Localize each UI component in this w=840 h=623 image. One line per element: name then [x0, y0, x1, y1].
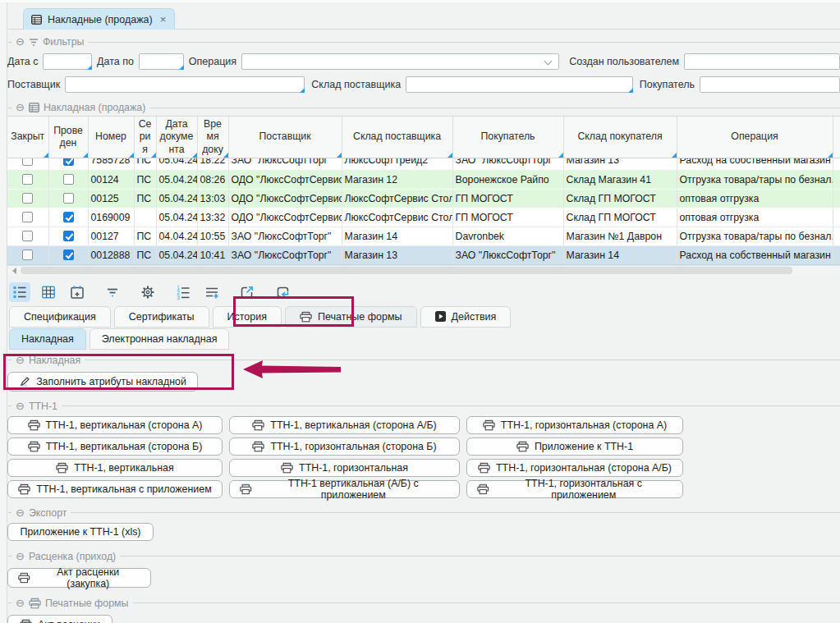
collapse-icon[interactable]: ⊖	[16, 552, 25, 561]
table-row[interactable]: 016900905.04.2413:32ОДО "ЛюксСофтСервисЛ…	[7, 208, 840, 227]
button-label: ТТН-1, вертикальная (сторона Б)	[46, 441, 203, 452]
collapse-icon[interactable]: ⊖	[16, 355, 25, 365]
buyer-input[interactable]	[700, 76, 840, 93]
column-header[interactable]: Время доку	[197, 117, 228, 158]
settings-button[interactable]	[137, 282, 158, 302]
print-button[interactable]: ТТН-1, вертикальная (сторона А)	[7, 416, 223, 434]
posted-checkbox[interactable]	[63, 231, 74, 241]
column-header[interactable]: Номер	[88, 117, 134, 158]
supplier-warehouse-field[interactable]	[406, 76, 633, 93]
supplier-input[interactable]	[65, 76, 305, 93]
posted-checkbox[interactable]	[63, 250, 74, 260]
posted-checkbox[interactable]	[63, 212, 74, 222]
numbered-list-button[interactable]: 123	[172, 282, 194, 302]
collapse-icon[interactable]: ⊖	[16, 401, 25, 411]
closed-checkbox[interactable]	[22, 231, 33, 241]
printer-icon	[281, 462, 293, 474]
collapse-icon[interactable]: ⊖	[16, 103, 25, 112]
date-to-field[interactable]	[139, 53, 184, 70]
table-row[interactable]: 00125ПС05.04.2413:03ОДО "ЛюксСофтСервисЛ…	[7, 189, 840, 208]
reload-button[interactable]	[272, 282, 293, 302]
main-panel: Накладные (продажа) × ⊖ Фильтры Дата с Д…	[7, 2, 840, 623]
numbered-list-icon: 123	[175, 284, 191, 300]
date-to-input[interactable]	[139, 53, 184, 70]
collapse-icon[interactable]: ⊖	[16, 37, 25, 47]
tab-history[interactable]: История	[213, 306, 282, 328]
print-button[interactable]: ТТН-1, горизонтальная (сторона А)	[466, 416, 683, 434]
tab-close-icon[interactable]: ×	[160, 13, 167, 25]
print-button[interactable]: ТТН-1, горизонтальная с приложением	[466, 480, 683, 498]
button-label: ТТН-1, вертикальная	[74, 462, 173, 474]
supplier-warehouse-input[interactable]	[406, 76, 633, 93]
subtab-electronic-invoice[interactable]: Электронная накладная	[90, 328, 230, 350]
print-button[interactable]: ТТН-1, вертикальная (сторона А/Б)	[229, 416, 460, 434]
column-header[interactable]: Поставщик	[228, 117, 342, 158]
calendar-add-button[interactable]	[67, 282, 88, 302]
scrollbar-thumb[interactable]	[21, 267, 792, 274]
document-tab-invoices-sale[interactable]: Накладные (продажа) ×	[23, 8, 175, 30]
print-button[interactable]: ТТН-1, вертикальная с приложением	[7, 480, 223, 498]
tab-actions[interactable]: Действия	[420, 306, 512, 328]
scroll-left-icon[interactable]	[12, 268, 16, 274]
tab-label: Сертификаты	[129, 311, 195, 323]
add-row-button[interactable]	[201, 282, 223, 302]
print-button[interactable]: ТТН-1 вертикальная (А/Б) с приложением	[229, 480, 460, 498]
table-row[interactable]: 0012888ПС05.04.2410:41ЗАО "ЛюксСофтТорг"…	[7, 245, 840, 264]
print-button[interactable]: ТТН-1, вертикальная (сторона Б)	[7, 437, 223, 456]
column-header[interactable]: Закрыт	[7, 117, 48, 158]
open-external-button[interactable]	[236, 282, 258, 302]
pricing-act-purchase-button[interactable]: Акт расценки (закупка)	[7, 568, 151, 588]
print-button[interactable]: ТТН-1, горизонтальная	[229, 459, 460, 477]
column-header[interactable]	[833, 117, 840, 158]
table-grid-button[interactable]	[38, 282, 59, 302]
closed-checkbox[interactable]	[22, 158, 33, 166]
posted-checkbox[interactable]	[63, 158, 74, 166]
column-header[interactable]: Серия	[134, 117, 156, 158]
date-from-field[interactable]	[43, 53, 92, 70]
section-print-forms-caption: ⊖ Печатные формы	[8, 598, 840, 609]
closed-checkbox[interactable]	[22, 212, 33, 222]
column-header[interactable]: Дата документа	[156, 117, 197, 158]
printer-icon	[56, 462, 68, 474]
column-header[interactable]: Проведен	[48, 117, 88, 158]
column-header[interactable]: Склад поставщика	[342, 117, 452, 158]
pricing-act-button[interactable]: Акт расценки	[7, 615, 112, 623]
chevron-down-icon	[544, 57, 553, 65]
print-button[interactable]: ТТН-1, вертикальная	[7, 459, 223, 477]
closed-checkbox[interactable]	[22, 250, 33, 260]
created-by-input[interactable]	[684, 53, 840, 70]
filter-icon	[29, 38, 39, 47]
column-header[interactable]: Операция	[677, 117, 833, 158]
fill-invoice-attributes-button[interactable]: Заполнить атрибуты накладной	[7, 372, 198, 392]
posted-checkbox[interactable]	[63, 193, 74, 204]
supplier-field[interactable]	[65, 76, 305, 93]
filters-group-caption: ⊖ Фильтры	[8, 36, 840, 48]
filter-button[interactable]	[102, 282, 123, 302]
closed-checkbox[interactable]	[22, 193, 33, 204]
operation-select[interactable]	[241, 53, 559, 70]
collapse-icon[interactable]: ⊖	[16, 598, 25, 608]
buyer-field[interactable]	[700, 76, 840, 93]
ttn1-appendix-xls-button[interactable]: Приложение к ТТН-1 (xls)	[7, 523, 154, 541]
print-button[interactable]: ТТН-1, горизонтальная (сторона Б)	[229, 437, 460, 456]
button-label: ТТН-1, вертикальная с приложением	[36, 483, 211, 495]
collapse-icon[interactable]: ⊖	[16, 508, 25, 518]
print-button[interactable]: ТТН-1, горизонтальная (сторона А/Б)	[466, 459, 683, 477]
tab-print-forms[interactable]: Печатные формы	[285, 306, 417, 328]
tab-certificates[interactable]: Сертификаты	[114, 306, 209, 328]
table-row[interactable]: 00124ПС05.04.2408:26ОДО "ЛюксСофтСервисМ…	[7, 170, 840, 189]
print-button[interactable]: Приложение к ТТН-1	[466, 437, 683, 456]
list-view-button[interactable]	[9, 282, 30, 302]
tab-specification[interactable]: Спецификация	[9, 306, 111, 328]
posted-checkbox[interactable]	[63, 174, 74, 185]
closed-checkbox[interactable]	[22, 174, 33, 185]
date-from-input[interactable]	[43, 53, 92, 70]
horizontal-scrollbar[interactable]	[7, 265, 840, 276]
created-by-field[interactable]	[684, 53, 840, 70]
date-to-label: Дата по	[97, 56, 134, 67]
column-header[interactable]: Покупатель	[452, 117, 563, 158]
subtab-invoice[interactable]: Накладная	[9, 328, 86, 350]
table-row[interactable]: 7585728ПС05.04.2418:22ЗАО "ЛюксСофтТорг"…	[7, 158, 840, 170]
column-header[interactable]: Склад покупателя	[563, 117, 677, 158]
table-row[interactable]: 00127ПС04.04.2410:55ЗАО "ЛюксСофтТорг"Ма…	[7, 227, 840, 245]
